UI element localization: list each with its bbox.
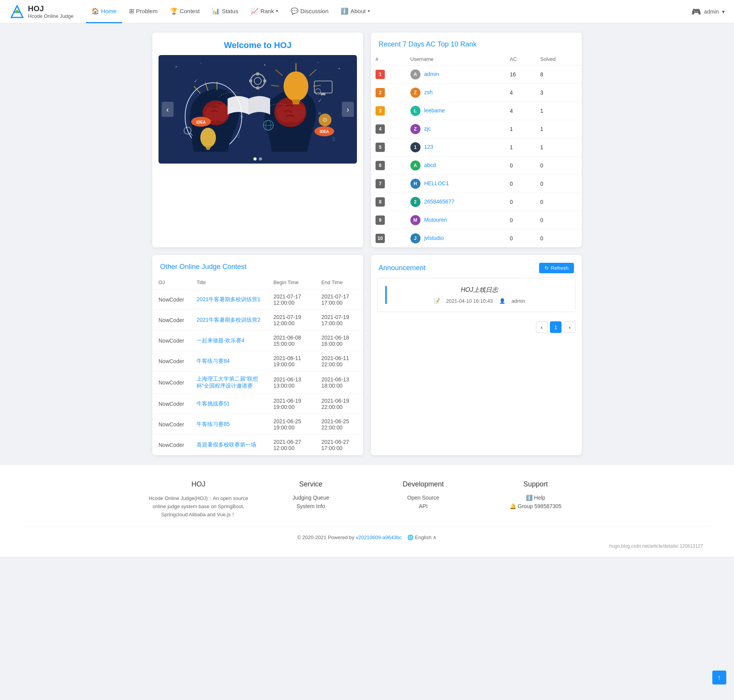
about-icon: ℹ️ <box>341 7 348 15</box>
nav-problem-label: Problem <box>136 8 158 14</box>
svg-point-12 <box>200 128 216 148</box>
oj-table-row: NowCoder 喜迎暑假多校联赛第一场 2021-06-27 12:00:00… <box>152 435 363 455</box>
nav-status[interactable]: 📊 Status <box>207 0 244 23</box>
footer-copyright: © 2020-2021 Powered by <box>297 534 355 540</box>
rank-username-cell: 1 123 <box>406 138 505 157</box>
rank-ac: 16 <box>505 66 536 84</box>
home-icon: 🏠 <box>91 7 99 15</box>
rank-username-link[interactable]: leebame <box>424 107 445 114</box>
rank-table-header: # Username AC Solved <box>371 53 582 66</box>
rank-username-link[interactable]: 123 <box>424 144 433 150</box>
footer-open-source-link[interactable]: Open Source <box>371 495 476 501</box>
pagination-prev[interactable]: ‹ <box>536 321 548 333</box>
rank-username-link[interactable]: abcd <box>424 162 436 168</box>
rank-col-solved: Solved <box>536 53 582 66</box>
svg-rect-34 <box>249 79 252 82</box>
svg-text:IDEA: IDEA <box>196 120 206 124</box>
oj-contest-title: 上海理工大学第二届“联想杯”全国程序设计邀请赛 <box>190 372 267 394</box>
rank-icon: 📈 <box>251 7 258 15</box>
logo[interactable]: HOJ Hcode Online Judge <box>9 4 74 19</box>
rank-username-link[interactable]: admin <box>424 71 439 77</box>
carousel-dot-1[interactable] <box>253 157 257 160</box>
svg-text:⊙: ⊙ <box>322 117 327 123</box>
rank-table-row: 8 2 2658465677 0 0 <box>371 193 582 211</box>
carousel-next-button[interactable]: › <box>342 102 354 117</box>
rank-badge: 5 <box>376 143 385 152</box>
ann-author-icon: 👤 <box>499 298 505 304</box>
svg-text:$: $ <box>236 132 240 139</box>
svg-rect-23 <box>293 102 299 104</box>
footer-service-title: Service <box>258 480 363 488</box>
pagination-next[interactable]: › <box>564 321 575 333</box>
rank-badge: 7 <box>376 179 385 188</box>
nav-home[interactable]: 🏠 Home <box>86 0 122 23</box>
oj-table-header: OJ Title Begin Time End Time <box>152 276 363 290</box>
rank-number: 9 <box>371 211 406 229</box>
footer-group-link[interactable]: 🔔 Group 598587305 <box>483 503 588 509</box>
hoj-logo-icon <box>9 4 25 19</box>
oj-contest-title: 一起来做题·欢乐赛4 <box>190 331 267 351</box>
oj-begin-time: 2021-06-27 12:00:00 <box>267 435 315 455</box>
rank-table-row: 4 Z zjc 1 1 <box>371 120 582 138</box>
oj-begin-time: 2021-06-19 19:00:00 <box>267 394 315 414</box>
nav-contest[interactable]: 🏆 Contest <box>165 0 205 23</box>
rank-ac: 0 <box>505 157 536 175</box>
user-avatar: M <box>410 215 420 225</box>
oj-table: OJ Title Begin Time End Time NowCoder 20… <box>152 276 363 455</box>
rank-username-link[interactable]: zsh <box>424 89 432 95</box>
refresh-label: Refresh <box>551 265 569 271</box>
svg-rect-22 <box>292 99 300 102</box>
rank-table-row: 2 Z zsh 4 3 <box>371 84 582 102</box>
oj-table-row: NowCoder 2021牛客暑期多校训练营2 2021-07-19 12:00… <box>152 310 363 331</box>
footer: HOJ Hcode Online Judge(HOJ)：An open sour… <box>0 464 734 557</box>
footer-help-link[interactable]: ℹ️ Help <box>483 495 588 501</box>
carousel-prev-button[interactable]: ‹ <box>162 102 174 117</box>
rank-username-link[interactable]: zjc <box>424 126 431 132</box>
user-menu[interactable]: 🎮 admin ▾ <box>691 7 725 16</box>
rank-badge: 8 <box>376 197 385 207</box>
rank-username-cell: A admin <box>406 66 505 84</box>
svg-point-21 <box>284 71 308 101</box>
rank-username-cell: Z zsh <box>406 84 505 102</box>
announcement-header: Announcement ↻ Refresh <box>371 255 582 278</box>
rank-number: 7 <box>371 175 406 193</box>
rank-solved: 8 <box>536 66 582 84</box>
oj-name: NowCoder <box>152 331 190 351</box>
footer-judging-queue-link[interactable]: Judging Queue <box>258 495 363 501</box>
user-avatar: 2 <box>410 197 420 207</box>
rank-username-link[interactable]: Mutouren <box>424 217 447 223</box>
rank-username-link[interactable]: 2658465677 <box>424 198 454 205</box>
oj-name: NowCoder <box>152 435 190 455</box>
rank-username-link[interactable]: HELLOC1 <box>424 180 449 186</box>
footer-note: hugo.blog.csdn.net/article/details/ 1206… <box>23 543 711 549</box>
rank-badge: 10 <box>376 234 385 243</box>
footer-bottom: © 2020-2021 Powered by v20210609-a9643bc… <box>23 526 711 543</box>
oj-contest-title: 牛客挑战赛51 <box>190 394 267 414</box>
rank-title: Recent 7 Days AC Top 10 Rank <box>371 33 582 53</box>
rank-ac: 1 <box>505 138 536 157</box>
rank-username-link[interactable]: jvlstudio <box>424 235 444 241</box>
pagination-page-1[interactable]: 1 <box>550 321 562 333</box>
footer-col-support: Support ℹ️ Help 🔔 Group 598587305 <box>483 480 588 519</box>
footer-system-info-link[interactable]: System Info <box>258 503 363 509</box>
svg-text:»: » <box>318 110 321 116</box>
oj-table-row: NowCoder 牛客练习赛85 2021-06-25 19:00:00 202… <box>152 414 363 435</box>
footer-api-link[interactable]: API <box>371 503 476 509</box>
rank-col-ac: AC <box>505 53 536 66</box>
footer-lang[interactable]: 🌐 English <box>407 534 431 540</box>
nav-problem[interactable]: ⊞ Problem <box>124 0 163 23</box>
rank-ac: 0 <box>505 211 536 229</box>
refresh-button[interactable]: ↻ Refresh <box>539 263 574 273</box>
svg-rect-32 <box>256 72 259 75</box>
carousel-dot-2[interactable] <box>259 157 262 160</box>
oj-contest-title: 牛客练习赛84 <box>190 351 267 372</box>
rank-number: 6 <box>371 157 406 175</box>
svg-text:✓: ✓ <box>194 78 198 84</box>
oj-name: NowCoder <box>152 351 190 372</box>
nav-discussion[interactable]: 💬 Discussion <box>285 0 334 23</box>
footer-version-link[interactable]: v20210609-a9643bc <box>356 534 402 540</box>
oj-end-time: 2021-07-17 17:00:00 <box>315 290 363 310</box>
footer-dev-title: Development <box>371 480 476 488</box>
nav-rank[interactable]: 📈 Rank ▾ <box>245 0 284 23</box>
nav-about[interactable]: ℹ️ About ▾ <box>335 0 375 23</box>
